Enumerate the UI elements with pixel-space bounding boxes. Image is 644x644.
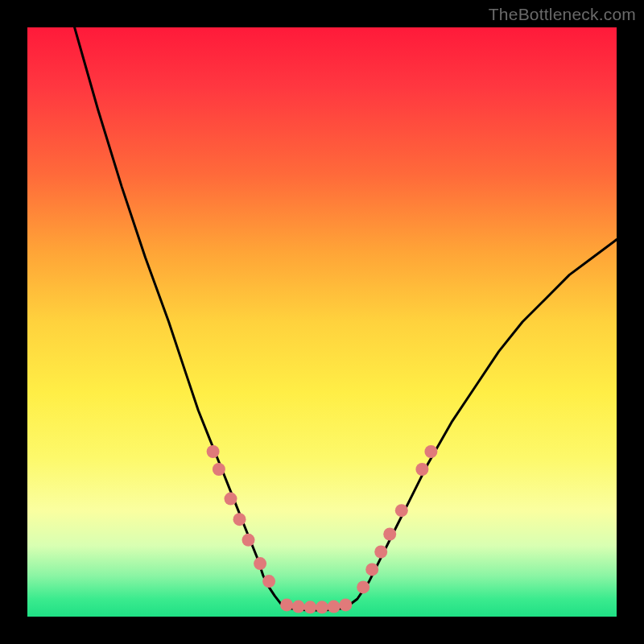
chart-svg — [27, 27, 617, 617]
plot-area — [27, 27, 617, 617]
chart-frame: TheBottleneck.com — [0, 0, 644, 644]
data-point — [225, 493, 237, 506]
data-point — [374, 546, 387, 559]
data-point — [383, 528, 396, 541]
data-point — [357, 580, 369, 593]
data-point — [415, 463, 428, 476]
data-point — [339, 598, 352, 611]
watermark-text: TheBottleneck.com — [489, 5, 636, 24]
data-point — [424, 445, 437, 458]
data-point — [233, 513, 246, 526]
data-point — [395, 504, 408, 517]
data-point — [254, 557, 266, 570]
data-point — [213, 463, 225, 476]
data-point — [242, 534, 255, 547]
data-point — [303, 601, 316, 613]
data-point — [316, 601, 328, 613]
bottleneck-curve — [75, 27, 617, 610]
data-point — [328, 601, 341, 613]
data-point — [280, 598, 293, 611]
data-point — [365, 563, 378, 576]
data-point — [292, 601, 305, 613]
data-point — [207, 445, 220, 458]
data-point — [262, 575, 275, 588]
